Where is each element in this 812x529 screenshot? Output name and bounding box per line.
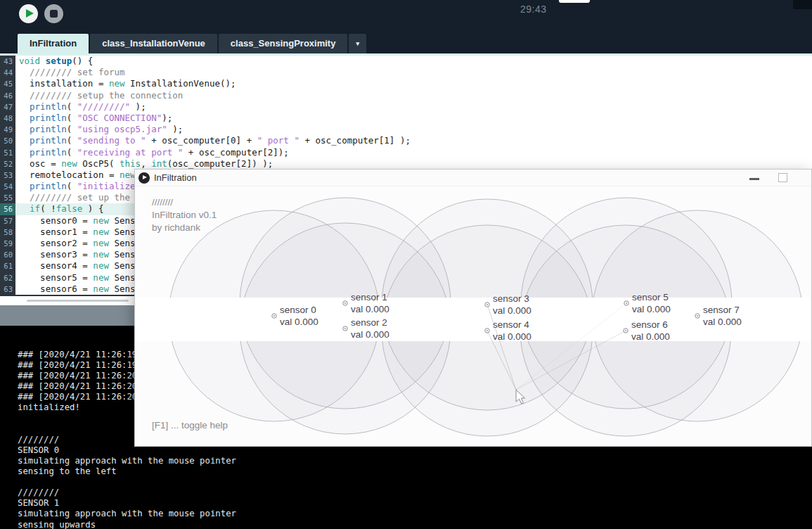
tab-InFiltration[interactable]: InFiltration (18, 34, 89, 53)
code-text: println( "sending to " + osc_computer[0]… (15, 135, 812, 146)
sensor-name-4: sensor 4 (493, 319, 529, 330)
line-number: 54 (0, 181, 15, 192)
sensor-value-6: val 0.000 (631, 331, 670, 342)
code-text: //////// setup the connection (15, 90, 812, 101)
line-number: 48 (0, 113, 15, 124)
code-line-47: 47 println( "////////" ); (0, 101, 812, 113)
sensor-marker-dot-5 (626, 302, 627, 304)
run-button[interactable] (19, 4, 38, 23)
line-number: 59 (0, 238, 15, 249)
sketch-header: //////// InFiltration v0.1 by richdank (152, 196, 217, 234)
tab-dropdown[interactable]: ▾ (349, 34, 366, 53)
line-number: 43 (0, 56, 15, 67)
code-line-49: 49 println( "using oscp5.jar" ); (0, 124, 812, 135)
hscroll-thumb[interactable] (27, 300, 129, 302)
sketch-header-version: InFiltration v0.1 (152, 209, 217, 222)
line-number: 44 (0, 67, 15, 78)
sketch-header-author: by richdank (152, 222, 217, 234)
ide-toolbar: 29:43 (0, 0, 812, 31)
code-line-46: 46 //////// setup the connection (0, 90, 812, 101)
help-hint: [F1] ... toggle help (152, 420, 228, 431)
sketch-titlebar[interactable]: InFiltration (135, 170, 811, 186)
line-number: 63 (0, 283, 15, 295)
line-number: 61 (0, 260, 15, 272)
play-icon (26, 9, 34, 18)
tab-class_SensingProximity[interactable]: class_SensingProximity (219, 34, 348, 53)
sensor-marker-dot-1 (344, 302, 346, 304)
sketch-canvas[interactable]: sensor 0val 0.000sensor 1val 0.000sensor… (135, 186, 811, 446)
code-text: println( "using oscp5.jar" ); (15, 124, 812, 135)
minimize-button[interactable] (749, 178, 759, 180)
code-line-48: 48 println( "OSC CONNECTION"); (0, 113, 812, 124)
top-right-rect (793, 0, 812, 9)
timer: 29:43 (520, 4, 547, 15)
sensor-marker-dot-7 (697, 315, 698, 317)
code-text: installation = new InstallationVenue(); (15, 78, 812, 89)
sensor-value-2: val 0.000 (351, 329, 389, 340)
sensor-name-3: sensor 3 (493, 293, 529, 304)
sensor-name-2: sensor 2 (351, 317, 387, 328)
line-number: 49 (0, 124, 15, 135)
tab-bar: InFiltrationclass_InstallationVenueclass… (0, 31, 812, 53)
line-number: 56 (0, 203, 15, 215)
sketch-header-slashes: //////// (152, 196, 217, 209)
line-number: 45 (0, 78, 15, 89)
tab-class_InstallationVenue[interactable]: class_InstallationVenue (90, 34, 217, 53)
code-line-50: 50 println( "sending to " + osc_computer… (0, 135, 812, 146)
sensor-value-0: val 0.000 (280, 317, 318, 327)
sensor-value-7: val 0.000 (703, 317, 742, 327)
sensor-field-svg: sensor 0val 0.000sensor 1val 0.000sensor… (135, 186, 811, 446)
sensor-name-0: sensor 0 (280, 305, 316, 315)
processing-logo-icon (138, 172, 150, 184)
sensor-marker-dot-2 (344, 328, 346, 329)
line-number: 52 (0, 158, 15, 170)
sensor-marker-dot-4 (486, 330, 488, 331)
code-line-51: 51 println( "receiving at port " + osc_c… (0, 147, 812, 158)
code-line-52: 52 osc = new OscP5( this, int(osc_comput… (0, 158, 812, 170)
maximize-button[interactable] (778, 173, 787, 182)
sensor-name-5: sensor 5 (632, 292, 669, 302)
code-line-43: 43void setup() { (0, 56, 812, 67)
sensor-name-6: sensor 6 (631, 319, 668, 330)
line-number: 58 (0, 227, 15, 238)
sensor-name-7: sensor 7 (703, 305, 740, 315)
stop-button[interactable] (44, 4, 63, 23)
line-number: 46 (0, 90, 15, 101)
sensor-name-1: sensor 1 (351, 292, 387, 302)
code-text: println( "OSC CONNECTION"); (15, 113, 812, 124)
code-text: println( "////////" ); (15, 101, 812, 113)
code-text: osc = new OscP5( this, int(osc_computer[… (15, 158, 812, 170)
top-notch (559, 0, 590, 3)
code-text: //////// set forum (15, 67, 812, 78)
line-number: 62 (0, 272, 15, 283)
line-number: 51 (0, 147, 15, 158)
stop-icon (50, 10, 58, 18)
line-number: 50 (0, 135, 15, 146)
sketch-window: InFiltration sensor 0val 0.000sensor 1va… (134, 169, 812, 447)
screen: 29:43 InFiltrationclass_InstallationVenu… (0, 0, 812, 529)
sketch-title: InFiltration (154, 172, 197, 183)
code-line-45: 45 installation = new InstallationVenue(… (0, 78, 812, 89)
sensor-marker-dot-0 (273, 315, 275, 317)
sensor-value-4: val 0.000 (493, 331, 531, 342)
code-line-44: 44 //////// set forum (0, 67, 812, 78)
sensor-value-3: val 0.000 (493, 305, 531, 316)
sensor-value-1: val 0.000 (351, 304, 389, 314)
line-number: 60 (0, 249, 15, 260)
sensor-marker-dot-6 (625, 330, 626, 331)
line-number: 53 (0, 170, 15, 181)
sensor-marker-dot-3 (486, 304, 488, 305)
line-number: 47 (0, 101, 15, 113)
line-number: 57 (0, 215, 15, 227)
line-number: 55 (0, 192, 15, 203)
code-text: println( "receiving at port " + osc_comp… (15, 147, 812, 158)
code-text: void setup() { (15, 56, 812, 67)
sensor-value-5: val 0.000 (632, 304, 671, 314)
